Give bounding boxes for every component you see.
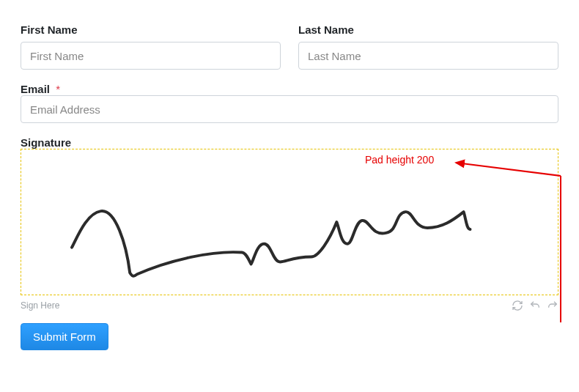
email-group: Email * (21, 83, 558, 123)
first-name-input[interactable] (21, 42, 281, 70)
email-label-text: Email (21, 83, 50, 95)
required-star: * (56, 83, 60, 95)
first-name-label: First Name (21, 23, 281, 36)
signature-pad[interactable] (21, 149, 558, 295)
annotation-pad-height: Pad height 200 (365, 154, 434, 166)
signature-group: Signature Sign Here (21, 136, 558, 311)
email-label: Email * (21, 83, 60, 95)
redo-icon[interactable] (547, 300, 558, 311)
name-row: First Name Last Name (21, 23, 558, 70)
first-name-group: First Name (21, 23, 281, 70)
signature-actions-row: Sign Here (21, 300, 558, 311)
last-name-input[interactable] (298, 42, 558, 70)
last-name-label: Last Name (298, 23, 558, 36)
signature-drawing (21, 149, 558, 295)
last-name-group: Last Name (298, 23, 558, 70)
submit-button[interactable]: Submit Form (21, 323, 108, 350)
email-input[interactable] (21, 95, 558, 123)
signature-action-icons (512, 300, 558, 311)
sign-here-text: Sign Here (21, 300, 59, 311)
undo-icon[interactable] (529, 300, 541, 311)
signature-label: Signature (21, 136, 71, 149)
refresh-icon[interactable] (512, 300, 523, 311)
